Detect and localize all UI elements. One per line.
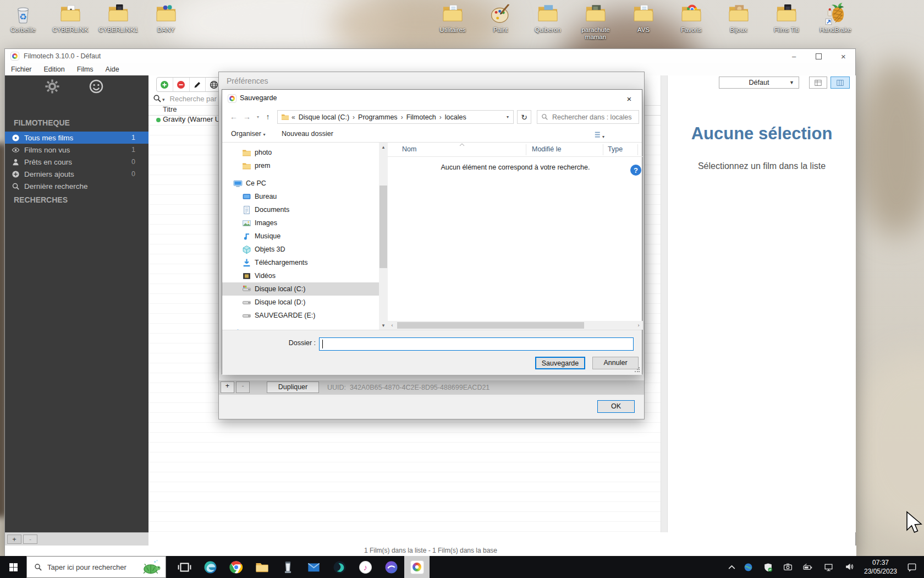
tray-onedrive-icon[interactable] (744, 563, 753, 572)
menu-aide[interactable]: Aide (100, 66, 125, 73)
organize-button[interactable]: Organiser ▾ (231, 130, 265, 138)
tray-volume-icon[interactable] (845, 562, 854, 571)
tree-scrollbar[interactable]: ▴ ▾ (379, 143, 388, 330)
desktop-icon-handbrake[interactable]: HandBrake (815, 2, 856, 34)
menu-films[interactable]: Films (71, 66, 100, 73)
sidebar-item-tous-mes-films[interactable]: Tous mes films1 (5, 132, 148, 144)
breadcrumb-locales[interactable]: locales (445, 113, 466, 121)
refresh-icon[interactable]: ↻ (517, 110, 531, 124)
tree-item-objets-3d[interactable]: Objets 3D (222, 243, 379, 256)
desktop-icon-dany[interactable]: DANY (145, 2, 187, 34)
sidebar-item-pr-ts-en-cours[interactable]: Prêts en cours0 (5, 156, 148, 168)
scroll-right-icon[interactable]: › (634, 321, 643, 330)
breadcrumb-caret-icon[interactable]: ▾ (507, 114, 509, 119)
up-icon[interactable]: ↑ (262, 111, 274, 123)
taskbar-blender-icon[interactable] (275, 556, 300, 578)
view-mode-button[interactable]: ▾ (594, 130, 604, 140)
forward-icon[interactable]: → (241, 111, 253, 123)
tree-item-t-l-chargements[interactable]: Téléchargements (222, 256, 379, 269)
tree-item-vid-os[interactable]: Vidéos (222, 269, 379, 282)
taskbar-filmotech-icon[interactable] (404, 556, 430, 578)
sidebar-item-derniers-ajouts[interactable]: Derniers ajouts0 (5, 168, 148, 180)
column-divider[interactable] (526, 144, 526, 155)
column-type[interactable]: Type (608, 145, 623, 153)
delete-film-button[interactable] (173, 78, 190, 91)
tree-item-photo[interactable]: photo (222, 146, 379, 159)
ok-button[interactable]: OK (597, 400, 635, 413)
dialog-search-box[interactable]: Rechercher dans : locales (537, 110, 639, 124)
view-split-button[interactable] (809, 77, 827, 89)
sidebar-item-films-non-vus[interactable]: Films non vus1 (5, 144, 148, 156)
window-titlebar[interactable]: Filmotech 3.10.0 - Défaut – × (5, 49, 855, 63)
taskbar-clock[interactable]: 07:37 23/05/2023 (862, 558, 899, 576)
back-icon[interactable]: ← (228, 111, 240, 123)
horizontal-scrollbar[interactable]: ‹ › (388, 321, 643, 330)
tray-cast-icon[interactable] (783, 563, 793, 572)
breadcrumb-filmotech[interactable]: Filmotech (406, 113, 436, 121)
tree-item-images[interactable]: Images (222, 216, 379, 230)
desktop-icon-cyberlink1[interactable]: CYBERLINK1 (97, 2, 139, 34)
tree-item-ce-pc[interactable]: Ce PC (222, 177, 379, 190)
folder-name-input[interactable] (319, 337, 634, 351)
taskbar-itunes-icon[interactable]: ♪ (353, 556, 378, 578)
cancel-button[interactable]: Annuler (592, 357, 639, 369)
desktop-icon-parachute-maman[interactable]: parachute maman (575, 2, 617, 41)
desktop-icon-avs[interactable]: AVS (623, 2, 664, 34)
tree-item-bureau[interactable]: Bureau (222, 190, 379, 203)
desktop-icon-utilitaires[interactable]: Utilitaires (432, 2, 474, 34)
search-caret-icon[interactable]: ▾ (162, 97, 165, 102)
action-center-icon[interactable] (906, 562, 917, 572)
column-divider[interactable] (603, 144, 603, 155)
scroll-up-icon[interactable]: ▴ (379, 143, 388, 151)
column-nom[interactable]: Nom (402, 145, 416, 153)
tree-item-sauvegarde-e[interactable]: SAUVEGARDE (E:) (222, 309, 379, 322)
settings-gear-icon[interactable] (45, 79, 60, 94)
taskbar-edge-icon[interactable] (197, 556, 223, 578)
add-list-button[interactable]: + (7, 535, 21, 544)
maximize-button[interactable] (806, 49, 831, 63)
desktop-icon-quiberon[interactable]: Quiberon (527, 2, 569, 34)
taskbar-photos-icon[interactable] (327, 556, 352, 578)
column-modifi-le[interactable]: Modifié le (532, 145, 562, 153)
edit-film-button[interactable] (190, 78, 206, 91)
new-folder-button[interactable]: Nouveau dossier (282, 130, 333, 138)
tree-item-prem[interactable]: prem (222, 159, 379, 172)
taskbar-explorer-icon[interactable] (249, 556, 274, 578)
desktop-icon-cyberlink[interactable]: CYBERLINK (50, 2, 91, 34)
breadcrumb-programmes[interactable]: Programmes (358, 113, 398, 121)
taskbar-chrome-icon[interactable] (223, 556, 249, 578)
menu-edition[interactable]: Edition (38, 66, 71, 73)
panel-divider[interactable] (661, 75, 668, 532)
resize-grip[interactable] (634, 367, 640, 373)
tray-chevron-icon[interactable] (727, 563, 736, 572)
duplicate-button[interactable]: Dupliquer (267, 381, 319, 393)
tree-item-disque-local-d[interactable]: Disque local (D:) (222, 296, 379, 309)
smiley-icon[interactable] (89, 79, 104, 94)
profile-dropdown[interactable]: Défaut ▼ (719, 77, 799, 89)
desktop-icon-paint[interactable]: Paint (480, 2, 521, 34)
pref-add-button[interactable]: + (221, 381, 234, 393)
save-button[interactable]: Sauvegarde (535, 357, 585, 369)
menu-fichier[interactable]: Fichier (5, 66, 38, 73)
taskbar-task-view-icon[interactable] (172, 556, 197, 578)
desktop-icon-bijoux[interactable]: Bijoux (718, 2, 760, 34)
taskbar-mail-icon[interactable] (301, 556, 326, 578)
view-columns-button[interactable] (831, 77, 850, 89)
taskbar-swirl-icon[interactable] (378, 556, 404, 578)
close-button[interactable]: × (831, 49, 856, 63)
scroll-left-icon[interactable]: ‹ (388, 321, 397, 330)
tree-item-disque-local-c[interactable]: Disque local (C:) (222, 282, 379, 296)
taskbar-search[interactable]: Taper ici pour rechercher (26, 556, 166, 578)
tree-item-documents[interactable]: Documents (222, 203, 379, 216)
pref-remove-button[interactable]: - (236, 381, 250, 393)
start-button[interactable] (0, 556, 26, 578)
add-film-button[interactable] (157, 78, 173, 91)
desktop-icon-favoris[interactable]: Favoris (670, 2, 712, 34)
tree-scroll-thumb[interactable] (380, 186, 387, 268)
save-dialog-titlebar[interactable]: Sauvegarde × (222, 90, 642, 107)
sidebar-item-derni-re-recherche[interactable]: Dernière recherche (5, 180, 148, 192)
scroll-down-icon[interactable]: ▾ (379, 321, 388, 330)
desktop-icon-films-titi[interactable]: Films Titi (766, 2, 807, 34)
h-scroll-thumb[interactable] (397, 322, 584, 329)
column-titre[interactable]: Titre (163, 105, 177, 113)
